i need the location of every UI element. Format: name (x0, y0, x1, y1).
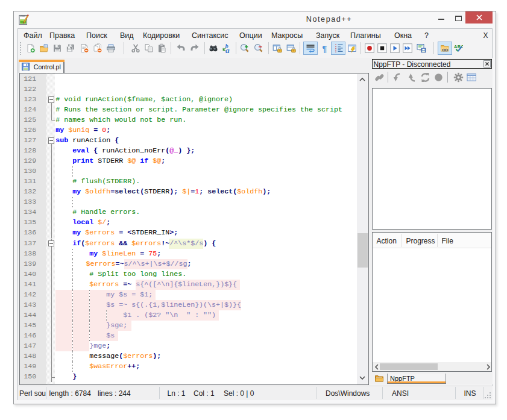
svg-text:a: a (225, 46, 230, 54)
svg-text:¶: ¶ (323, 44, 327, 54)
svg-text:ABC: ABC (454, 44, 463, 49)
